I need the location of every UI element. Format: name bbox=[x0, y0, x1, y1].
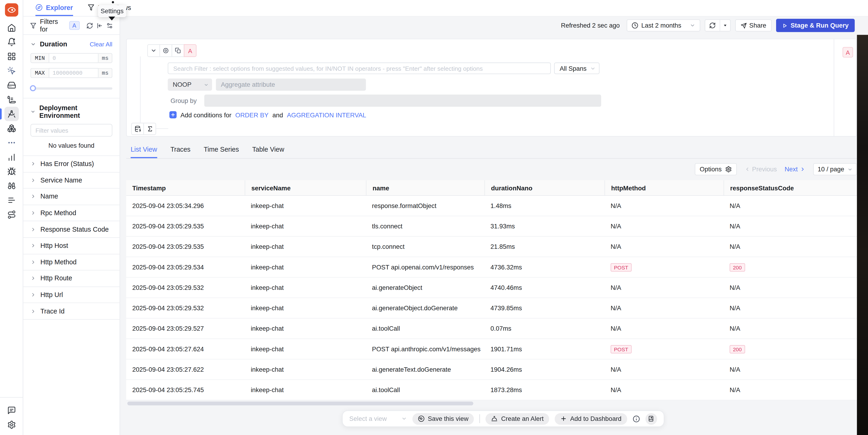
cell-responsestatuscode: N/A bbox=[723, 380, 857, 400]
sidebar-item-integrations boxes-icon[interactable] bbox=[4, 121, 19, 135]
table-row[interactable]: 2025-09-04 23:05:29.527inkeep-chatai.too… bbox=[126, 319, 857, 339]
sidebar-item-home home-icon[interactable] bbox=[4, 21, 19, 35]
order-by-link[interactable]: ORDER BY bbox=[235, 111, 269, 118]
chevron-down-icon[interactable] bbox=[30, 41, 36, 47]
table-row[interactable]: 2025-09-04 23:05:27.624inkeep-chatPOST a… bbox=[126, 339, 857, 359]
deployment-title[interactable]: Deployment Environment bbox=[39, 104, 113, 120]
tab-time-series[interactable]: Time Series bbox=[204, 141, 239, 158]
duration-slider[interactable] bbox=[30, 85, 112, 91]
info-icon[interactable] bbox=[633, 415, 640, 422]
select-view-dropdown[interactable]: Select a view bbox=[349, 415, 407, 422]
sidebar-item-logs scroll-icon[interactable] bbox=[4, 92, 19, 107]
toggle-visibility-button[interactable] bbox=[159, 44, 172, 57]
sidebar-item-alerts bell-icon[interactable] bbox=[4, 35, 19, 49]
table-row[interactable]: 2025-09-04 23:05:29.532inkeep-chatai.gen… bbox=[126, 277, 857, 298]
share-button[interactable]: Share bbox=[735, 19, 772, 31]
sidebar-item-settings gear-icon[interactable] bbox=[4, 417, 19, 432]
search-filter-input[interactable]: Search Filter : select options from sugg… bbox=[168, 63, 551, 74]
save-this-view-button[interactable]: Save this view bbox=[412, 413, 474, 425]
aggregate-op-select[interactable]: NOOP bbox=[168, 78, 212, 91]
aggregate-attribute-input[interactable]: Aggregate attribute bbox=[216, 78, 366, 91]
tab-explorer[interactable]: Explorer bbox=[35, 0, 73, 16]
filter-section-label: Name bbox=[40, 193, 58, 200]
collapse-query-button[interactable] bbox=[147, 44, 160, 57]
clear-all-link[interactable]: Clear All bbox=[90, 41, 112, 48]
cell-timestamp: 2025-09-04 23:05:29.532 bbox=[126, 277, 245, 298]
duration-title[interactable]: Duration bbox=[40, 40, 67, 48]
filter-section-trace-id[interactable]: Trace Id bbox=[23, 303, 120, 320]
filter-section-label: Trace Id bbox=[40, 307, 64, 315]
filter-section-service-name[interactable]: Service Name bbox=[23, 172, 120, 189]
tab-traces[interactable]: Traces bbox=[170, 141, 190, 158]
filter-section-duration: Duration Clear All MIN 0 ms MAX 10000000… bbox=[23, 35, 120, 98]
create-alert-button[interactable]: Create an Alert bbox=[486, 413, 549, 425]
add-formula-button[interactable] bbox=[144, 123, 156, 135]
filter-section-http-method[interactable]: Http Method bbox=[23, 254, 120, 271]
plus-icon[interactable] bbox=[169, 111, 177, 118]
query-label-chip[interactable]: A bbox=[842, 47, 853, 58]
cell-name: tcp.connect bbox=[366, 237, 484, 257]
chevron-down-icon[interactable] bbox=[30, 109, 35, 114]
filter-section-http-host[interactable]: Http Host bbox=[23, 238, 120, 255]
group-by-label: Group by bbox=[170, 97, 197, 104]
sidebar-item-metrics chart-icon[interactable] bbox=[4, 150, 19, 164]
table-row[interactable]: 2025-09-04 23:05:27.622inkeep-chatai.gen… bbox=[126, 359, 857, 380]
query-chip-a[interactable]: A bbox=[69, 21, 80, 30]
filter-values-input[interactable]: Filter values bbox=[30, 124, 112, 137]
table-row[interactable]: 2025-09-04 23:05:25.745inkeep-chatai.too… bbox=[126, 380, 857, 400]
table-row[interactable]: 2025-09-04 23:05:29.535inkeep-chattcp.co… bbox=[126, 237, 857, 257]
filter-section-name[interactable]: Name bbox=[23, 189, 120, 205]
sidebar-item-billing list-lines-icon[interactable] bbox=[4, 193, 19, 207]
table-row[interactable]: 2025-09-04 23:05:29.535inkeep-chattls.co… bbox=[126, 216, 857, 237]
filters-panel: Filters for A Duration Clear All MIN bbox=[23, 17, 120, 435]
sidebar-item-explorer binoculars-icon[interactable] bbox=[4, 178, 19, 193]
table-row[interactable]: 2025-09-04 23:05:29.534inkeep-chatPOST a… bbox=[126, 257, 857, 277]
sidebar-item-infrastructure server-icon[interactable] bbox=[4, 78, 19, 92]
cell-servicename: inkeep-chat bbox=[245, 237, 366, 257]
max-input[interactable]: 100000000 bbox=[49, 68, 99, 78]
filter-section-http-route[interactable]: Http Route bbox=[23, 271, 120, 287]
options-button[interactable]: Options bbox=[694, 163, 736, 175]
sidebar-item-service-map route-icon[interactable] bbox=[4, 207, 19, 222]
time-range-select[interactable]: Last 2 months bbox=[626, 19, 700, 31]
filter-section-has-error-status[interactable]: Has Error (Status) bbox=[23, 156, 120, 172]
group-by-input[interactable] bbox=[204, 95, 601, 107]
filter-settings-icon[interactable] bbox=[106, 22, 113, 29]
sync-icon[interactable] bbox=[86, 22, 93, 29]
table-row[interactable]: 2025-09-04 23:05:34.296inkeep-chatrespon… bbox=[126, 196, 857, 216]
min-input[interactable]: 0 bbox=[49, 53, 99, 63]
previous-page-button[interactable]: Previous bbox=[744, 166, 777, 173]
slider-handle[interactable] bbox=[30, 85, 36, 91]
refresh-button[interactable] bbox=[705, 20, 719, 31]
add-to-dashboard-button[interactable]: Add to Dashboard bbox=[555, 413, 627, 425]
tab-table-view[interactable]: Table View bbox=[252, 141, 284, 158]
signoz-logo-icon[interactable] bbox=[5, 3, 18, 16]
cell-durationnano: 21.85ms bbox=[484, 237, 604, 257]
filters-title: Filters for bbox=[40, 18, 66, 33]
sidebar-item-support-chat chat-icon[interactable] bbox=[4, 403, 19, 417]
next-page-button[interactable]: Next bbox=[785, 166, 806, 173]
add-query-button[interactable] bbox=[131, 123, 144, 135]
clone-query-button[interactable] bbox=[172, 44, 184, 57]
stage-run-query-button[interactable]: Stage & Run Query bbox=[776, 19, 855, 32]
filter-section-http-url[interactable]: Http Url bbox=[23, 287, 120, 303]
query-name-chip[interactable]: A bbox=[184, 44, 196, 57]
sidebar-item-get-started pointer-icon[interactable] bbox=[4, 64, 19, 78]
scrollbar-thumb[interactable] bbox=[127, 402, 473, 406]
span-scope-select[interactable]: All Spans bbox=[554, 63, 600, 74]
shortcut-panel-button[interactable] bbox=[645, 413, 657, 425]
sidebar-item-dashboards grid-icon[interactable] bbox=[4, 49, 19, 64]
refresh-caret-button[interactable] bbox=[719, 20, 730, 31]
tab-list-view[interactable]: List View bbox=[131, 141, 157, 158]
sidebar-item-more ellipsis-icon[interactable] bbox=[4, 135, 19, 150]
query-card-divider bbox=[834, 39, 834, 136]
collapse-panel-icon[interactable] bbox=[96, 22, 103, 29]
sidebar-item-exceptions bug-icon[interactable] bbox=[4, 164, 19, 178]
sidebar-item-traces compass-draft-icon[interactable] bbox=[4, 107, 19, 121]
column-header-httpmethod: httpMethod bbox=[604, 180, 724, 195]
filter-section-rpc-method[interactable]: Rpc Method bbox=[23, 205, 120, 222]
aggregation-interval-link[interactable]: AGGREGATION INTERVAL bbox=[287, 111, 366, 118]
table-row[interactable]: 2025-09-04 23:05:29.532inkeep-chatai.gen… bbox=[126, 298, 857, 319]
page-size-select[interactable]: 10 / page bbox=[813, 163, 857, 175]
filter-section-response-status-code[interactable]: Response Status Code bbox=[23, 222, 120, 238]
